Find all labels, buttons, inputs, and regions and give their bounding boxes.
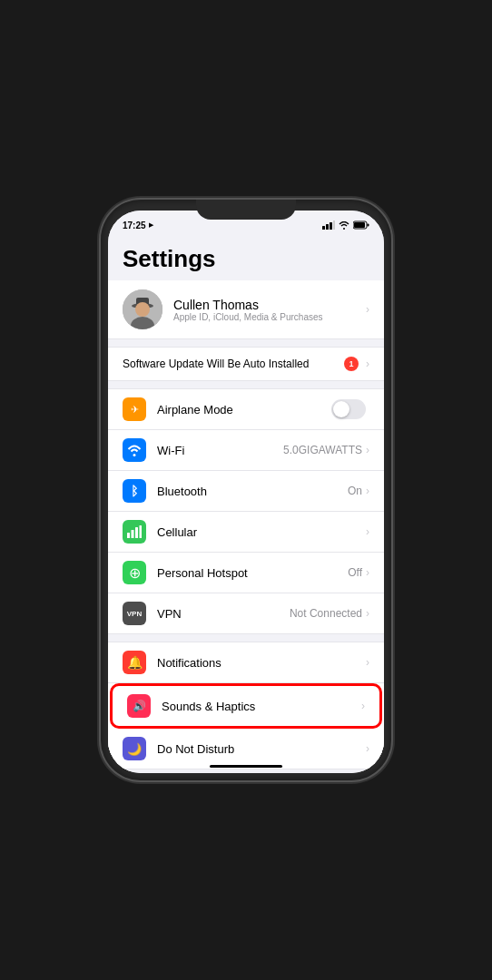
profile-chevron: › [366,303,369,316]
svg-rect-15 [132,530,134,538]
phone-screen: 17:25 ▶ [108,211,384,773]
do-not-disturb-row[interactable]: 🌙 Do Not Disturb › [108,729,384,769]
airplane-toggle[interactable] [331,399,366,419]
phone-frame: 17:25 ▶ [101,200,391,780]
wifi-value: 5.0GIGAWATTS [283,444,362,456]
hotspot-value: Off [348,566,362,579]
bluetooth-value: On [348,485,362,497]
dnd-icon: 🌙 [123,737,146,760]
vpn-value: Not Connected [290,607,362,620]
airplane-mode-row[interactable]: ✈ Airplane Mode [108,389,384,430]
profile-row[interactable]: Cullen Thomas Apple ID, iCloud, Media & … [108,280,384,339]
battery-icon [353,220,369,230]
dnd-chevron: › [366,742,369,755]
location-icon: ▶ [149,221,153,229]
bluetooth-row[interactable]: ᛒ Bluetooth On › [108,471,384,512]
sounds-haptics-row[interactable]: 🔊 Sounds & Haptics › [110,683,382,729]
update-text: Software Update Will Be Auto Installed [123,358,344,370]
svg-point-4 [343,228,345,230]
vpn-chevron: › [366,607,369,620]
vpn-label: VPN [157,607,290,621]
update-chevron: › [366,358,369,370]
vpn-row[interactable]: VPN VPN Not Connected › [108,593,384,633]
svg-rect-0 [322,226,325,230]
page-title: Settings [108,236,384,280]
status-time: 17:25 [123,220,146,230]
hotspot-label: Personal Hotspot [157,566,348,580]
airplane-icon: ✈ [123,397,146,421]
notifications-label: Notifications [157,656,366,670]
home-indicator[interactable] [210,765,282,768]
notifications-row[interactable]: 🔔 Notifications › [108,642,384,683]
hotspot-row[interactable]: ⊕ Personal Hotspot Off › [108,553,384,593]
svg-rect-16 [135,527,138,538]
svg-rect-17 [140,525,143,538]
wifi-icon [339,221,349,230]
svg-point-13 [133,454,136,456]
notifications-section: 🔔 Notifications › 🔊 Sounds & Haptics › 🌙… [108,642,384,769]
cellular-row[interactable]: Cellular › [108,512,384,553]
status-icons [322,220,369,230]
hotspot-chevron: › [366,566,369,579]
profile-name: Cullen Thomas [173,298,366,312]
sounds-label: Sounds & Haptics [162,700,361,713]
hotspot-icon: ⊕ [123,561,146,584]
update-banner[interactable]: Software Update Will Be Auto Installed 1… [108,347,384,381]
svg-rect-14 [127,533,130,538]
bluetooth-chevron: › [366,485,369,497]
notifications-chevron: › [366,656,369,669]
sounds-icon: 🔊 [127,694,151,718]
notifications-icon: 🔔 [123,651,146,674]
sounds-haptics-container: 🔊 Sounds & Haptics › [108,683,384,729]
update-badge: 1 [344,357,359,371]
wifi-settings-icon [123,438,146,462]
connectivity-section: ✈ Airplane Mode [108,388,384,634]
signal-icon [322,220,335,230]
sounds-chevron: › [361,700,365,712]
svg-rect-1 [326,224,329,230]
bluetooth-icon: ᛒ [123,479,146,503]
wifi-label: Wi-Fi [157,444,283,457]
wifi-chevron: › [366,444,369,456]
svg-rect-3 [333,220,335,230]
profile-info: Cullen Thomas Apple ID, iCloud, Media & … [173,298,366,322]
bluetooth-label: Bluetooth [157,485,348,498]
vpn-icon: VPN [123,602,146,625]
svg-rect-2 [330,222,332,230]
airplane-label: Airplane Mode [157,403,331,416]
cellular-chevron: › [366,525,369,538]
dnd-label: Do Not Disturb [157,742,366,756]
avatar [123,289,162,329]
wifi-row[interactable]: Wi-Fi 5.0GIGAWATTS › [108,430,384,471]
settings-content: Settings [108,236,384,773]
cellular-icon [123,520,146,544]
svg-rect-7 [368,224,369,227]
svg-point-11 [135,302,150,317]
cellular-label: Cellular [157,525,366,539]
notch [196,200,296,220]
svg-rect-6 [354,222,365,228]
profile-subtitle: Apple ID, iCloud, Media & Purchases [173,312,366,322]
